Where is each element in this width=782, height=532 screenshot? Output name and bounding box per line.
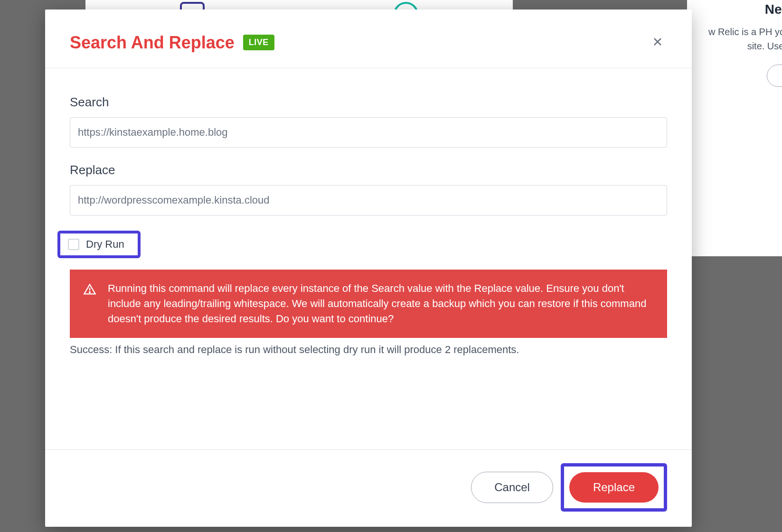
search-replace-modal: Search And Replace LIVE Search Replace D… [45,9,692,527]
search-group: Search [70,95,667,148]
svg-point-3 [89,292,90,293]
dry-run-label: Dry Run [86,238,124,251]
replace-button[interactable]: Replace [569,472,659,503]
modal-footer: Cancel Replace [45,449,692,527]
background-card-right: New Relic w Relic is a PH you can use er… [687,0,782,256]
bg-card-text: w Relic is a PH you can use erformance s… [698,25,782,53]
cancel-button[interactable]: Cancel [471,472,553,503]
bg-card-button[interactable]: Start M [767,65,782,87]
close-button[interactable] [648,32,667,53]
warning-alert: Running this command will replace every … [70,270,667,338]
close-icon [652,36,663,47]
header-left: Search And Replace LIVE [70,33,274,53]
success-message: Success: If this search and replace is r… [70,344,667,356]
dry-run-wrapper[interactable]: Dry Run [57,231,141,258]
replace-button-highlight: Replace [561,463,667,512]
replace-input[interactable] [70,185,667,215]
search-label: Search [70,95,667,110]
replace-label: Replace [70,163,667,177]
modal-body: Search Replace Dry Run Running this comm… [45,68,692,449]
replace-group: Replace [70,163,667,215]
warning-icon [83,283,96,296]
modal-title: Search And Replace [70,33,235,53]
dry-run-checkbox[interactable] [68,239,79,250]
live-badge: LIVE [243,35,274,50]
bg-card-title: New Relic [698,2,782,17]
alert-text: Running this command will replace every … [108,281,654,327]
modal-header: Search And Replace LIVE [45,9,692,68]
search-input[interactable] [70,117,667,148]
